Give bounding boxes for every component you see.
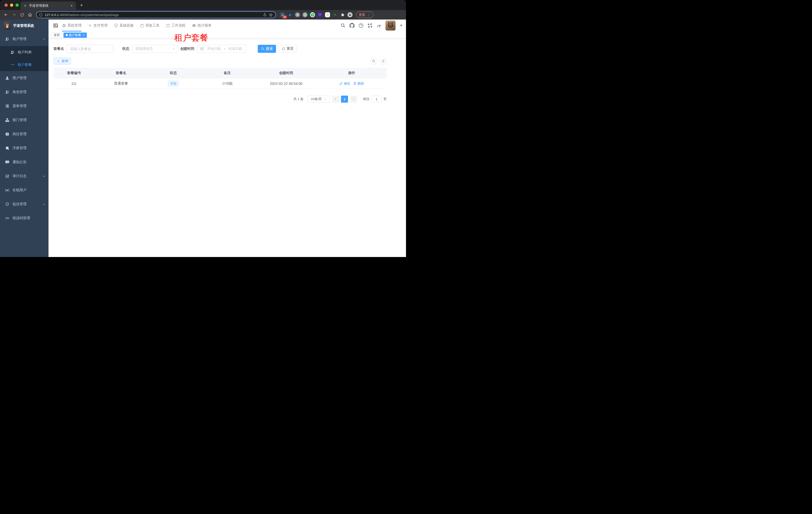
extension-icon-chat[interactable]: 🗨 [325,12,330,17]
page-number-button[interactable]: 1 [341,96,348,103]
toggle-search-button[interactable] [370,58,377,64]
top-nav-infra[interactable]: 基础设施 [114,20,134,31]
top-nav-report[interactable]: 统计报表 [192,20,211,31]
active-dot [66,34,68,36]
reset-button[interactable]: 重置 [279,45,297,53]
page-size-select[interactable]: 10条/页 [308,96,330,103]
user-avatar[interactable]: 🐱 [385,21,396,30]
top-nav-label: 基础设施 [119,23,134,28]
delete-link[interactable]: 删除 [353,81,364,86]
extension-icon-star-green[interactable]: ✶ [332,12,338,17]
zoom-window-button[interactable] [16,3,19,7]
sidebar-item-notice[interactable]: 通知公告 [0,155,49,169]
post-badge-icon [5,132,9,136]
extension-icon-dot[interactable] [302,12,308,17]
gear-icon [62,24,66,28]
sidebar-item-sms-mgmt[interactable]: 短信管理 [0,197,49,211]
extension-icon-command[interactable]: ⌘ [295,12,300,17]
extension-icon-sider[interactable]: ◆ 10 [280,12,285,17]
forward-icon[interactable] [10,11,18,18]
update-label: 更新 [359,12,365,17]
sidebar-item-error-code[interactable]: 错误码管理 [0,211,49,225]
extensions-area: ◆ 10 ◈ ⌘ Y 🛡 🗨 ✶ 😀 [280,12,352,17]
tag-home[interactable]: 首页 [52,32,62,38]
sidebar-item-post-mgmt[interactable]: 岗位管理 [0,127,49,141]
back-icon[interactable] [2,11,9,18]
sidebar-item-label: 租户管理 [12,37,39,41]
extensions-puzzle-icon[interactable] [340,12,345,17]
date-range-picker[interactable]: 开始日期 - 结束日期 [197,45,246,53]
tag-tenant-package[interactable]: 租户套餐 × [63,32,87,38]
sidebar-item-label: 角色管理 [12,90,46,94]
collapse-sidebar-icon[interactable] [53,23,58,28]
column-header-name: 套餐名 [94,71,147,75]
sidebar-submenu-tenant: 租户列表 租户套餐 [0,46,49,71]
sidebar-item-tenant-package[interactable]: 租户套餐 [0,59,49,71]
sidebar-item-tenant-list[interactable]: 租户列表 [0,46,49,59]
minimize-window-button[interactable] [10,3,13,7]
status-label: 状态 [122,47,129,51]
profile-avatar-icon[interactable]: 😀 [348,12,352,17]
column-header-remark: 备注 [199,71,256,75]
sidebar-item-role-mgmt[interactable]: 角色管理 [0,85,49,99]
tab-close-icon[interactable]: × [69,4,74,8]
chevron-down-icon [172,47,175,50]
home-icon[interactable] [27,11,33,18]
package-name-input[interactable] [67,45,113,53]
goto-page-input[interactable] [372,96,381,103]
edit-link-label: 修改 [344,81,350,86]
app-logo-row[interactable]: 🐰 芋道管理系统 [0,20,49,32]
sidebar-item-label: 审计日志 [12,174,39,179]
top-nav-devtools[interactable]: 研发工具 [140,20,160,31]
extension-icon-y-green[interactable]: Y [310,12,315,17]
search-button[interactable]: 搜索 [258,45,276,53]
extension-icon-shield[interactable]: 🛡 [318,12,322,17]
app-root: 🐰 芋道管理系统 租户管理 租户列表 租户套餐 [0,20,406,257]
sidebar-item-menu-mgmt[interactable]: 菜单管理 [0,99,49,113]
new-tab-button[interactable]: + [78,2,85,9]
top-nav-workflow[interactable]: 工作流程 [166,20,185,31]
help-icon[interactable] [358,23,364,28]
data-table: 套餐编号 套餐名 状态 备注 创建时间 操作 111 普通套餐 开启 [54,68,387,89]
sidebar-item-dept-mgmt[interactable]: 部门管理 [0,113,49,127]
share-icon[interactable] [263,13,267,17]
sidebar-item-tenant-mgmt[interactable]: 租户管理 [0,32,49,46]
bookmark-star-icon[interactable] [269,13,273,17]
add-button[interactable]: ＋ 新增 [54,58,71,64]
sidebar-item-dict-mgmt[interactable]: 字典管理 [0,141,49,155]
refresh-table-button[interactable] [380,58,387,64]
font-size-icon[interactable]: TT [377,23,381,28]
status-select[interactable]: 请选择状态 [132,45,178,53]
top-nav-pay[interactable]: ¥ 支付管理 [88,20,108,31]
edit-link[interactable]: 修改 [340,81,350,86]
address-bar[interactable]: 127.0.0.1:48080/admin-ui/system/tenant/p… [36,11,276,18]
main-area: 系统管理 ¥ 支付管理 基础设施 研发工具 [49,20,406,257]
sidebar-item-audit-log[interactable]: 审计日志 [0,169,49,183]
github-icon[interactable] [349,23,354,28]
site-info-icon[interactable] [39,13,43,17]
refresh-icon [282,47,285,51]
browser-menu-icon[interactable]: ⋮ [367,13,371,17]
reload-icon[interactable] [19,11,26,18]
table-header-row: 套餐编号 套餐名 状态 备注 创建时间 操作 [54,68,387,78]
extension-icon-gem[interactable]: ◈ [288,12,292,17]
page-content: 套餐名 状态 请选择状态 创建时间 开始日期 - [49,39,406,257]
tag-close-icon[interactable]: × [83,33,85,36]
fullscreen-icon[interactable] [368,23,373,28]
browser-tab[interactable]: 芋道管理系统 × [21,1,76,10]
package-name-input-field[interactable] [70,47,110,51]
close-window-button[interactable] [4,3,8,7]
top-nav-label: 统计报表 [198,23,211,28]
pencil-icon [340,82,343,85]
sidebar-item-online-users[interactable]: 在线用户 [0,183,49,197]
top-nav-system[interactable]: 系统管理 [62,20,82,31]
avatar-caret-icon[interactable] [400,25,403,26]
sidebar-item-user-mgmt[interactable]: 用户管理 [0,71,49,85]
search-icon[interactable] [341,23,346,28]
code-icon [5,216,9,220]
update-chip[interactable]: 更新 ⋮ [356,11,374,18]
next-page-button[interactable] [350,96,357,103]
user-icon [5,76,9,80]
prev-page-button[interactable] [332,96,339,103]
tree-table-icon [5,104,9,108]
